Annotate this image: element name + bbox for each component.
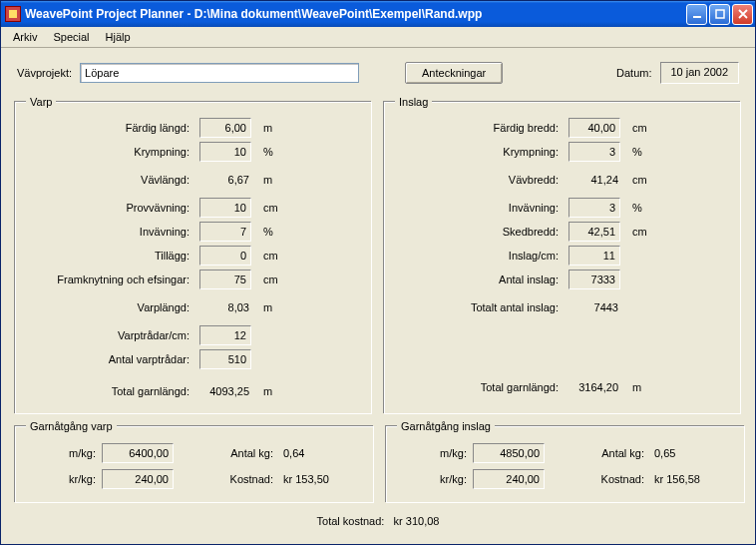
inslag-krymp-unit: %	[628, 146, 658, 158]
skedbredd-label: Skedbredd:	[395, 226, 565, 238]
inslag-krymp-label: Krympning:	[395, 146, 565, 158]
varptradar-cm-input[interactable]	[199, 325, 251, 345]
yarn-varp-krkg-input[interactable]	[102, 469, 174, 489]
inslag-cm-label: Inslag/cm:	[395, 250, 565, 262]
inslag-krymp-input[interactable]	[568, 142, 620, 162]
menu-hjalp[interactable]: Hjälp	[98, 29, 139, 45]
varp-invavning-label: Invävning:	[26, 226, 195, 238]
content-area: Vävprojekt: Anteckningar Datum: 10 jan 2…	[1, 48, 755, 544]
framknytning-input[interactable]	[199, 270, 251, 289]
inslag-group: Inslag Färdig bredd: cm Krympning: % Väv…	[384, 96, 741, 414]
yarn-inslag-mkg-input[interactable]	[473, 443, 545, 463]
inslag-total-garn-unit: m	[628, 381, 658, 393]
yarn-inslag-antalkg-value: 0,65	[654, 447, 734, 459]
varp-total-garn-label: Total garnlängd:	[26, 385, 195, 397]
menubar: Arkiv Special Hjälp	[1, 27, 755, 48]
close-button[interactable]	[732, 4, 753, 25]
yarn-varp-krkg-label: kr/kg:	[26, 473, 96, 485]
varp-group: Varp Färdig längd: m Krympning: % Vävlän…	[15, 96, 372, 414]
yarn-varp-antalkg-label: Antal kg:	[188, 447, 277, 459]
window-frame: WeavePoint Project Planner - D:\Mina dok…	[0, 0, 756, 545]
yarn-inslag-group: Garnåtgång inslag m/kg: Antal kg: 0,65 k…	[386, 420, 745, 503]
notes-button[interactable]: Anteckningar	[405, 62, 503, 84]
vavlangd-unit: m	[259, 174, 289, 186]
tillagg-input[interactable]	[199, 246, 251, 266]
minimize-button[interactable]	[686, 4, 707, 25]
inslag-invavning-input[interactable]	[568, 198, 620, 218]
date-label: Datum:	[616, 67, 651, 79]
provvavning-input[interactable]	[199, 198, 251, 218]
project-input[interactable]	[80, 63, 359, 83]
varplangd-label: Varplängd:	[26, 301, 195, 313]
varp-total-garn-value: 4093,25	[199, 385, 255, 397]
svg-rect-1	[716, 10, 724, 18]
fardig-langd-input[interactable]	[199, 118, 251, 138]
fardig-bredd-label: Färdig bredd:	[395, 122, 565, 134]
yarn-varp-group: Garnåtgång varp m/kg: Antal kg: 0,64 kr/…	[15, 420, 374, 503]
varp-krymp-unit: %	[259, 146, 289, 158]
yarn-inslag-legend: Garnåtgång inslag	[397, 420, 495, 432]
varp-invavning-unit: %	[259, 226, 289, 238]
vavbredd-unit: cm	[628, 174, 658, 186]
menu-arkiv[interactable]: Arkiv	[5, 29, 45, 45]
fardig-bredd-input[interactable]	[568, 118, 620, 138]
varp-invavning-input[interactable]	[199, 222, 251, 242]
yarn-inslag-mkg-label: m/kg:	[397, 447, 467, 459]
inslag-invavning-unit: %	[628, 202, 658, 214]
provvavning-label: Provvävning:	[26, 202, 195, 214]
svg-rect-0	[693, 16, 701, 18]
varp-krymp-label: Krympning:	[26, 146, 195, 158]
yarn-varp-antalkg-value: 0,64	[283, 447, 363, 459]
inslag-invavning-label: Invävning:	[395, 202, 565, 214]
yarn-inslag-krkg-label: kr/kg:	[397, 473, 467, 485]
maximize-button[interactable]	[709, 4, 730, 25]
yarn-varp-mkg-input[interactable]	[102, 443, 174, 463]
skedbredd-unit: cm	[628, 226, 658, 238]
varp-total-garn-unit: m	[259, 385, 289, 397]
app-icon	[5, 6, 21, 22]
fardig-langd-unit: m	[259, 122, 289, 134]
totalt-antal-inslag-value: 7443	[568, 301, 624, 313]
vavlangd-value: 6,67	[199, 174, 255, 186]
antal-varptradar-label: Antal varptrådar:	[26, 353, 195, 365]
inslag-cm-input[interactable]	[568, 246, 620, 266]
antal-inslag-label: Antal inslag:	[395, 273, 565, 285]
project-row: Vävprojekt: Anteckningar Datum: 10 jan 2…	[15, 56, 741, 90]
total-cost-value: kr 310,08	[394, 515, 440, 527]
fardig-bredd-unit: cm	[628, 122, 658, 134]
yarn-varp-kostnad-value: kr 153,50	[283, 473, 363, 485]
yarn-varp-mkg-label: m/kg:	[26, 447, 96, 459]
total-cost-row: Total kostnad: kr 310,08	[15, 509, 741, 529]
fardig-langd-label: Färdig längd:	[26, 122, 195, 134]
varptradar-cm-label: Varptrådar/cm:	[26, 329, 195, 341]
framknytning-label: Framknytning och efsingar:	[26, 273, 195, 285]
menu-special[interactable]: Special	[45, 29, 97, 45]
skedbredd-input[interactable]	[568, 222, 620, 242]
project-label: Vävprojekt:	[17, 67, 72, 79]
inslag-legend: Inslag	[395, 96, 432, 108]
yarn-inslag-antalkg-label: Antal kg:	[559, 447, 648, 459]
inslag-total-garn-label: Total garnlängd:	[395, 381, 565, 393]
varp-krymp-input[interactable]	[199, 142, 251, 162]
date-value: 10 jan 2002	[660, 62, 740, 84]
yarn-inslag-krkg-input[interactable]	[473, 469, 545, 489]
varplangd-unit: m	[259, 301, 289, 313]
vavbredd-label: Vävbredd:	[395, 174, 565, 186]
antal-varptradar-input[interactable]	[199, 349, 251, 369]
provvavning-unit: cm	[259, 202, 289, 214]
varplangd-value: 8,03	[199, 301, 255, 313]
framknytning-unit: cm	[259, 273, 289, 285]
yarn-inslag-kostnad-label: Kostnad:	[559, 473, 648, 485]
yarn-inslag-kostnad-value: kr 156,58	[654, 473, 734, 485]
tillagg-unit: cm	[259, 250, 289, 262]
tillagg-label: Tillägg:	[26, 250, 195, 262]
yarn-varp-legend: Garnåtgång varp	[26, 420, 117, 432]
titlebar[interactable]: WeavePoint Project Planner - D:\Mina dok…	[1, 1, 755, 27]
total-cost-label: Total kostnad:	[317, 515, 385, 527]
antal-inslag-input[interactable]	[568, 270, 620, 289]
varp-legend: Varp	[26, 96, 56, 108]
totalt-antal-inslag-label: Totalt antal inslag:	[395, 301, 565, 313]
window-title: WeavePoint Project Planner - D:\Mina dok…	[25, 7, 684, 21]
yarn-varp-kostnad-label: Kostnad:	[188, 473, 277, 485]
vavlangd-label: Vävlängd:	[26, 174, 195, 186]
